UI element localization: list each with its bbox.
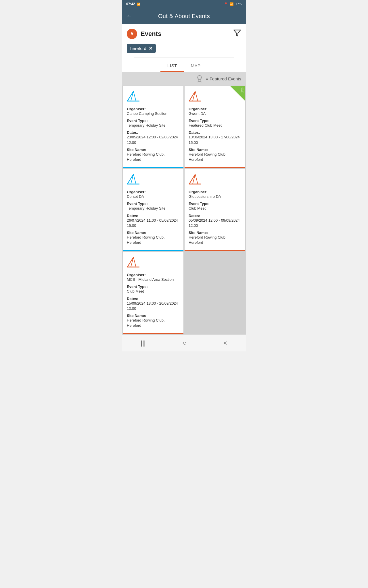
chip-label: hereford <box>130 46 146 51</box>
svg-point-1 <box>198 76 202 79</box>
dates-value: 05/09/2024 12:00 - 09/09/2024 12:00 <box>189 218 241 228</box>
organiser-value: Gloucestershire DA <box>189 194 241 199</box>
dates-label: Dates: <box>127 297 179 301</box>
status-time: 07:42 📶 <box>126 2 140 6</box>
event-type-value: Temporary Holiday Site <box>127 206 179 211</box>
svg-marker-0 <box>234 30 240 36</box>
header-title: Out & About Events <box>158 13 210 20</box>
dates-value: 23/05/2024 12:00 - 02/06/2024 12:00 <box>127 135 179 145</box>
event-type-value: Club Meet <box>189 206 241 211</box>
organiser-label: Organiser: <box>127 107 179 111</box>
organiser-value: Dorset DA <box>127 194 179 199</box>
event-type-value: Club Meet <box>127 289 179 294</box>
tabs-bar: LIST MAP <box>122 57 246 72</box>
organiser-value: Gwent DA <box>189 111 241 116</box>
site-name-label: Site Name: <box>189 148 241 152</box>
site-name-value: Hereford Rowing Club, Hereford <box>189 235 241 245</box>
tab-list[interactable]: LIST <box>160 60 184 72</box>
status-icons: 📍 📶 77% <box>224 2 242 6</box>
dates-label: Dates: <box>127 130 179 135</box>
empty-card <box>185 252 245 334</box>
dates-value: 13/06/2024 13:00 - 17/06/2024 15:00 <box>189 135 241 145</box>
event-card[interactable]: Organiser: MCS - Midland Area Section Ev… <box>123 252 183 334</box>
organiser-value: MCS - Midland Area Section <box>127 277 179 282</box>
event-card[interactable]: Organiser: Dorset DA Event Type: Tempora… <box>123 169 183 251</box>
event-card[interactable]: Organiser: Gwent DA Event Type: Featured… <box>185 86 245 168</box>
bottom-nav: ||| ○ < <box>122 334 246 351</box>
site-name-label: Site Name: <box>127 231 179 235</box>
signal-icon: 📶 <box>137 3 140 6</box>
tab-map[interactable]: MAP <box>184 60 208 72</box>
dates-value: 15/09/2024 13:00 - 20/09/2024 13:00 <box>127 301 179 311</box>
nav-home-button[interactable]: ○ <box>177 338 192 348</box>
app-header: ← Out & About Events <box>122 8 246 24</box>
events-grid: Organiser: Canoe Camping Section Event T… <box>122 86 246 334</box>
back-button[interactable]: ← <box>126 12 133 20</box>
event-tent-icon <box>127 90 179 103</box>
status-bar: 07:42 📶 📍 📶 77% <box>122 0 246 8</box>
site-name-value: Hereford Rowing Club, Hereford <box>127 235 179 245</box>
events-badge: 5 <box>127 29 137 39</box>
event-type-label: Event Type: <box>127 202 179 206</box>
organiser-label: Organiser: <box>127 190 179 194</box>
event-tent-icon <box>189 173 241 186</box>
organiser-label: Organiser: <box>189 190 241 194</box>
nav-menu-button[interactable]: ||| <box>135 338 151 348</box>
event-type-label: Event Type: <box>127 119 179 123</box>
event-type-label: Event Type: <box>189 202 241 206</box>
legend-text: = Featured Events <box>206 76 241 81</box>
svg-point-3 <box>241 88 243 90</box>
dates-label: Dates: <box>189 130 241 135</box>
hereford-chip[interactable]: hereford ✕ <box>127 44 156 53</box>
event-card[interactable]: Organiser: Gloucestershire DA Event Type… <box>185 169 245 251</box>
featured-badge-icon <box>239 87 245 93</box>
event-type-value: Temporary Holiday Site <box>127 123 179 128</box>
dates-label: Dates: <box>189 214 241 218</box>
site-name-label: Site Name: <box>127 314 179 318</box>
battery-text: 77% <box>235 2 242 6</box>
organiser-value: Canoe Camping Section <box>127 111 179 116</box>
organiser-label: Organiser: <box>189 107 241 111</box>
location-icon: 📍 <box>224 2 228 6</box>
wifi-icon: 📶 <box>230 2 234 6</box>
site-name-label: Site Name: <box>189 231 241 235</box>
events-header-left: 5 Events <box>127 29 161 39</box>
organiser-label: Organiser: <box>127 273 179 277</box>
event-type-label: Event Type: <box>189 119 241 123</box>
filter-chips-area: hereford ✕ <box>122 42 246 57</box>
dates-label: Dates: <box>127 214 179 218</box>
site-name-value: Hereford Rowing Club, Hereford <box>189 152 241 162</box>
events-title: Events <box>141 30 161 38</box>
legend-bar: = Featured Events <box>122 72 246 86</box>
event-card[interactable]: Organiser: Canoe Camping Section Event T… <box>123 86 183 168</box>
dates-value: 26/07/2024 11:00 - 05/08/2024 15:00 <box>127 218 179 228</box>
events-header: 5 Events <box>122 24 246 42</box>
site-name-value: Hereford Rowing Club, Hereford <box>127 318 179 328</box>
filter-button[interactable] <box>233 29 241 39</box>
site-name-label: Site Name: <box>127 148 179 152</box>
site-name-value: Hereford Rowing Club, Hereford <box>127 152 179 162</box>
event-type-value: Featured Club Meet <box>189 123 241 128</box>
nav-back-button[interactable]: < <box>218 338 233 348</box>
event-tent-icon <box>127 173 179 186</box>
event-type-label: Event Type: <box>127 285 179 289</box>
event-tent-icon <box>127 256 179 269</box>
chip-close-icon[interactable]: ✕ <box>149 46 152 51</box>
featured-icon <box>195 75 204 83</box>
